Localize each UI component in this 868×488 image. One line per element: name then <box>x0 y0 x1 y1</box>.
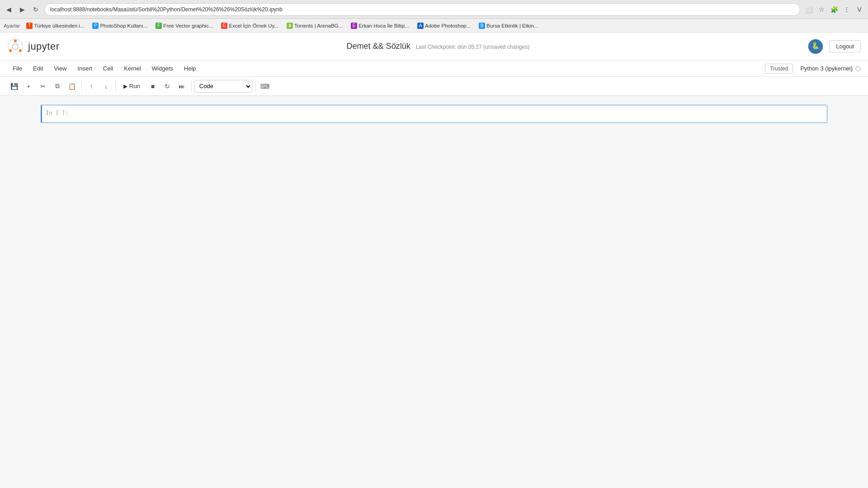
cell-type-select[interactable]: Code Markdown Raw NBConvert Heading <box>194 80 252 93</box>
svg-point-3 <box>19 49 22 52</box>
run-icon: ▶ <box>123 83 127 89</box>
jupyter-wrapper: jupyter Demet && Sözlük Last Checkpoint:… <box>0 33 868 488</box>
move-cell-down-button[interactable]: ↓ <box>99 80 113 93</box>
jupyter-header-right: 🐍 Logout <box>807 38 861 55</box>
menu-cell[interactable]: Cell <box>98 63 118 74</box>
copy-cell-button[interactable]: ⧉ <box>51 80 64 93</box>
bookmark-label: Adobe Photoshop... <box>425 23 471 28</box>
svg-point-4 <box>13 43 19 49</box>
kernel-label: Python 3 (ipykernel) <box>800 65 853 72</box>
profile-icon[interactable]: V <box>854 5 864 14</box>
forward-button[interactable]: ▶ <box>17 5 27 14</box>
bookmark-item[interactable]: B Bursa Etkinlik | Etkin... <box>475 22 542 30</box>
menu-edit[interactable]: Edit <box>28 63 48 74</box>
bookmark-favicon: T <box>26 23 33 29</box>
run-button[interactable]: ▶ Run <box>118 80 145 93</box>
bookmark-item[interactable]: F Free Vector graphic... <box>152 22 217 30</box>
url-text: localhost:8888/notebooks/Masaüstü/Sorbil… <box>50 6 283 13</box>
menubar-right: Trusted Python 3 (ipykernel) <box>765 64 861 74</box>
bookmark-favicon: ⬇ <box>287 23 293 29</box>
bookmark-label: Excel İçin Örnek Uy... <box>229 23 278 28</box>
bookmark-item[interactable]: E Excel İçin Örnek Uy... <box>217 22 282 30</box>
bookmarks-bar: Ayarlar T Türkiye ülkesinden i... P Phot… <box>0 19 868 33</box>
bookmark-label: Türkiye ülkesinden i... <box>34 23 84 28</box>
bookmark-icon[interactable]: ☆ <box>816 5 826 14</box>
svg-text:🐍: 🐍 <box>811 41 820 49</box>
screen-cast-icon[interactable]: ⬜ <box>804 5 814 14</box>
bookmark-label: Erkan Hoca İle Bilişi... <box>359 23 409 28</box>
bookmark-label: PhotoShop Kullanı... <box>100 23 147 28</box>
notebook-title-area: Demet && Sözlük Last Checkpoint: dün 05:… <box>338 42 530 51</box>
bookmark-label: Free Vector graphic... <box>163 23 213 28</box>
bookmark-item[interactable]: P PhotoShop Kullanı... <box>89 22 151 30</box>
bookmark-favicon: A <box>417 23 424 29</box>
browser-chrome: ◀ ▶ ↻ localhost:8888/notebooks/Masaüstü/… <box>0 0 868 19</box>
cut-cell-button[interactable]: ✂ <box>36 80 50 93</box>
settings-icon[interactable]: ⋮ <box>842 5 852 14</box>
bookmark-item[interactable]: E Erkan Hoca İle Bilişi... <box>347 22 413 30</box>
menu-file[interactable]: File <box>7 63 28 74</box>
jupyter-menubar: File Edit View Insert Cell Kernel Widget… <box>0 61 868 77</box>
kernel-status-icon <box>855 66 861 71</box>
notebook-cell[interactable]: In [ ]: <box>41 105 827 123</box>
keyboard-shortcuts-button[interactable]: ⌨ <box>258 80 272 93</box>
jupyter-logo-icon <box>7 38 24 55</box>
menu-widgets[interactable]: Widgets <box>146 63 179 74</box>
browser-actions: ⬜ ☆ 🧩 ⋮ V <box>804 5 864 14</box>
add-cell-button[interactable]: + <box>22 80 35 93</box>
svg-point-2 <box>9 49 12 52</box>
bookmark-favicon: B <box>479 23 485 29</box>
cell-label: In [ ]: <box>42 105 83 122</box>
reload-button[interactable]: ↻ <box>31 5 41 14</box>
run-label: Run <box>129 83 140 89</box>
kernel-indicator: Python 3 (ipykernel) <box>800 65 861 72</box>
menu-kernel[interactable]: Kernel <box>118 63 146 74</box>
toolbar-separator <box>81 81 82 92</box>
menu-insert[interactable]: Insert <box>72 63 98 74</box>
bookmark-favicon: E <box>351 23 357 29</box>
move-cell-up-button[interactable]: ↑ <box>85 80 98 93</box>
stop-button[interactable]: ■ <box>146 80 160 93</box>
python-logo-icon: 🐍 <box>807 38 824 55</box>
toolbar-separator <box>255 81 255 92</box>
bookmarks-label: Ayarlar <box>4 23 20 28</box>
bookmark-favicon: E <box>221 23 227 29</box>
restart-run-button[interactable]: ⏭ <box>175 80 189 93</box>
bookmark-item[interactable]: ⬇ Torrents | ArenaBG... <box>283 22 346 30</box>
paste-cell-button[interactable]: 📋 <box>65 80 79 93</box>
save-button[interactable]: 💾 <box>7 80 21 93</box>
jupyter-logo: jupyter <box>7 38 60 55</box>
bookmark-item[interactable]: T Türkiye ülkesinden i... <box>23 22 88 30</box>
jupyter-toolbar: 💾 + ✂ ⧉ 📋 ↑ ↓ ▶ Run ■ ↻ ⏭ Code Markdown … <box>0 77 868 96</box>
bookmark-label: Torrents | ArenaBG... <box>294 23 343 28</box>
svg-point-1 <box>14 39 17 42</box>
logout-button[interactable]: Logout <box>829 40 861 52</box>
notebook-title[interactable]: Demet && Sözlük <box>347 42 410 51</box>
toolbar-separator <box>191 81 192 92</box>
bookmark-favicon: P <box>92 23 99 29</box>
toolbar-separator <box>115 81 116 92</box>
checkpoint-info: Last Checkpoint: dün 05:27 (unsaved chan… <box>416 44 530 50</box>
bookmark-item[interactable]: A Adobe Photoshop... <box>414 22 474 30</box>
jupyter-header: jupyter Demet && Sözlük Last Checkpoint:… <box>0 33 868 61</box>
cell-input[interactable] <box>83 105 827 122</box>
trusted-badge: Trusted <box>765 64 793 74</box>
back-button[interactable]: ◀ <box>4 5 14 14</box>
menu-view[interactable]: View <box>48 63 72 74</box>
jupyter-title: jupyter <box>28 41 60 52</box>
restart-button[interactable]: ↻ <box>160 80 174 93</box>
bookmark-favicon: F <box>156 23 162 29</box>
bookmark-label: Bursa Etkinlik | Etkin... <box>486 23 538 28</box>
notebook-content: In [ ]: <box>0 96 868 412</box>
menu-help[interactable]: Help <box>179 63 202 74</box>
address-bar[interactable]: localhost:8888/notebooks/Masaüstü/Sorbil… <box>44 3 800 16</box>
extensions-icon[interactable]: 🧩 <box>829 5 839 14</box>
